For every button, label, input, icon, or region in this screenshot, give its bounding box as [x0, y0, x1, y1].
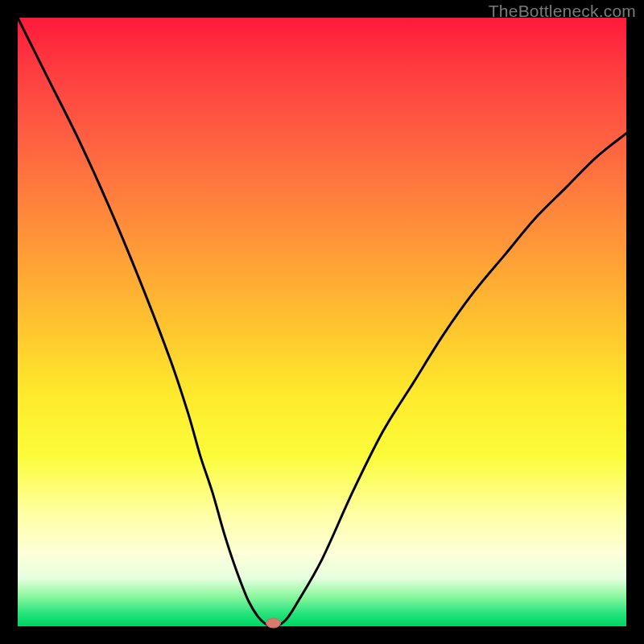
watermark-text: TheBottleneck.com — [489, 2, 636, 21]
chart-frame: TheBottleneck.com — [0, 0, 644, 644]
minimum-marker — [266, 618, 281, 628]
bottleneck-curve — [18, 18, 626, 626]
chart-svg — [18, 18, 626, 626]
